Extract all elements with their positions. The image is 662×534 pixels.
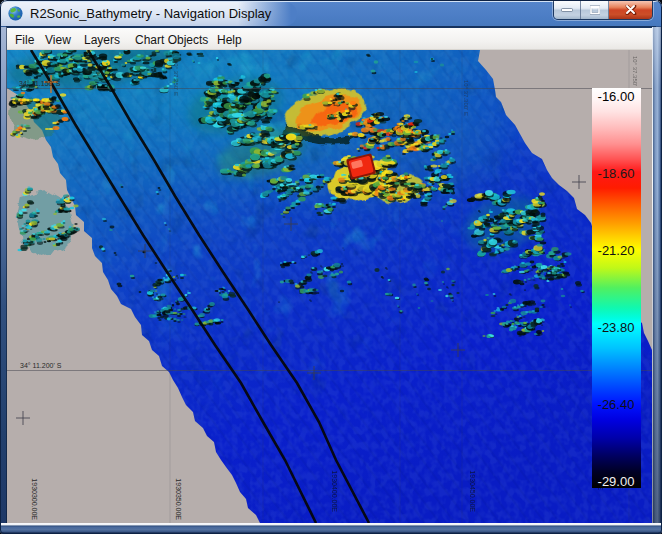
svg-text:10° 37.250' E: 10° 37.250' E bbox=[173, 60, 179, 96]
svg-text:-29.00: -29.00 bbox=[598, 474, 635, 489]
svg-text:-21.20: -21.20 bbox=[598, 243, 635, 258]
svg-text:1930350.00E: 1930350.00E bbox=[175, 478, 182, 520]
svg-text:-23.80: -23.80 bbox=[598, 320, 635, 335]
svg-text:10° 37.350' E: 10° 37.350' E bbox=[632, 56, 638, 92]
svg-text:1930400.00E: 1930400.00E bbox=[331, 470, 338, 512]
svg-text:-18.60: -18.60 bbox=[598, 166, 635, 181]
svg-text:-26.40: -26.40 bbox=[598, 397, 635, 412]
svg-text:1930450.00E: 1930450.00E bbox=[469, 470, 476, 512]
svg-text:34° 11.200' S: 34° 11.200' S bbox=[20, 362, 62, 369]
svg-text:-16.00: -16.00 bbox=[598, 89, 635, 104]
svg-text:10° 37.300' E: 10° 37.300' E bbox=[463, 80, 469, 116]
svg-text:1930300.00E: 1930300.00E bbox=[31, 478, 38, 520]
svg-text:34° 11.150' S: 34° 11.150' S bbox=[19, 80, 61, 87]
